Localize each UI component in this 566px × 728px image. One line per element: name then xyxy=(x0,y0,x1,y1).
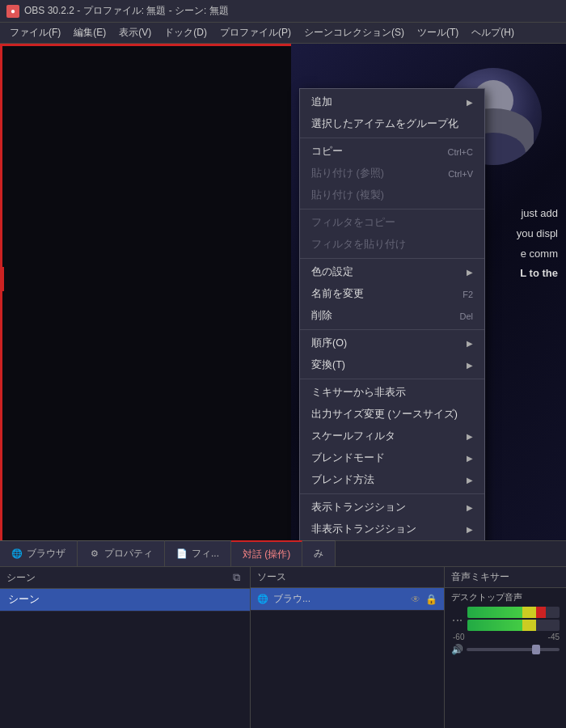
sources-list: 🌐 ブラウ... 👁 🔒 xyxy=(251,588,444,728)
ctx-order[interactable]: 順序(O) ▶ xyxy=(300,332,484,354)
ctx-paste-ref-shortcut: Ctrl+V xyxy=(448,169,473,179)
scenes-panel: シーン ⧉ シーン xyxy=(0,567,251,728)
menu-file[interactable]: ファイル(F) xyxy=(3,23,67,43)
scene-item-0[interactable]: シーン xyxy=(0,589,250,612)
ctx-hide-trans[interactable]: 非表示トランジション ▶ xyxy=(300,518,484,540)
ctx-color[interactable]: 色の設定 ▶ xyxy=(300,261,484,283)
ctx-order-arrow: ▶ xyxy=(467,339,473,348)
tab-filters[interactable]: 📄 フィ... xyxy=(165,540,231,566)
audio-track-name: デスクトップ音声 xyxy=(451,591,560,603)
menu-dock[interactable]: ドック(D) xyxy=(158,23,213,43)
audio-kebab-menu[interactable]: ⋮ xyxy=(451,615,464,624)
volume-slider-thumb[interactable] xyxy=(532,645,540,654)
audio-panel-title: 音声ミキサー xyxy=(451,570,509,584)
ctx-blend-method-arrow: ▶ xyxy=(467,476,473,485)
ctx-sep6 xyxy=(300,493,484,494)
volume-slider-row: 🔊 xyxy=(451,644,560,655)
audio-mixer-panel: 音声ミキサー デスクトップ音声 ⋮ xyxy=(445,567,566,728)
volume-icon: 🔊 xyxy=(451,644,463,655)
volume-yellow-r xyxy=(522,620,536,631)
ctx-hide-mixer[interactable]: ミキサーから非表示 xyxy=(300,382,484,404)
main-area: just add you displ e comm L to the 追加 ▶ … xyxy=(0,44,566,728)
ctx-delete-shortcut: Del xyxy=(459,311,473,321)
volume-green-r xyxy=(467,620,522,631)
audio-track-desktop: デスクトップ音声 ⋮ xyxy=(445,588,566,728)
titlebar: ● OBS 30.2.2 - プロファイル: 無題 - シーン: 無題 xyxy=(0,0,566,23)
browser-tab-label: ブラウザ xyxy=(27,547,65,561)
properties-tab-label: プロパティ xyxy=(104,547,153,561)
ctx-delete[interactable]: 削除 Del xyxy=(300,305,484,327)
audio-controls: ⋮ xyxy=(451,607,560,631)
context-menu: 追加 ▶ 選択したアイテムをグループ化 コピー Ctrl+C 貼り付け (参照)… xyxy=(299,88,485,540)
ctx-show-trans-arrow: ▶ xyxy=(467,503,473,512)
scenes-panel-title: シーン xyxy=(6,571,36,585)
bottom-panels: シーン ⧉ シーン ソース 🌐 ブラウ... 👁 🔒 xyxy=(0,566,566,728)
ctx-paste-ref: 貼り付け (参照) Ctrl+V xyxy=(300,163,484,184)
ctx-rename[interactable]: 名前を変更 F2 xyxy=(300,283,484,305)
scenes-list: シーン xyxy=(0,589,250,728)
properties-tab-icon: ⚙ xyxy=(89,548,100,560)
sources-panel-header: ソース xyxy=(251,567,444,588)
volume-bar-right xyxy=(467,620,560,631)
ctx-blend-mode[interactable]: ブレンドモード ▶ xyxy=(300,447,484,469)
ctx-group[interactable]: 選択したアイテムをグループ化 xyxy=(300,113,484,135)
ctx-sep5 xyxy=(300,379,484,379)
ctx-rename-shortcut: F2 xyxy=(463,290,473,299)
ctx-sep4 xyxy=(300,329,484,330)
source-item-label: ブラウ... xyxy=(273,592,310,606)
tab-browser[interactable]: 🌐 ブラウザ xyxy=(0,540,78,566)
menu-tools[interactable]: ツール(T) xyxy=(411,23,465,43)
source-visibility-icon[interactable]: 👁 xyxy=(411,594,420,605)
preview-area: just add you displ e comm L to the 追加 ▶ … xyxy=(0,44,566,540)
sources-panel-title: ソース xyxy=(257,570,286,584)
volume-bar-left xyxy=(467,607,560,618)
scenes-header-icons: ⧉ xyxy=(229,570,243,585)
db-label-60: -60 xyxy=(453,633,464,641)
menu-view[interactable]: 表示(V) xyxy=(112,23,158,43)
ctx-add[interactable]: 追加 ▶ xyxy=(300,91,484,113)
source-lock-icon[interactable]: 🔒 xyxy=(425,594,437,605)
source-item-0[interactable]: 🌐 ブラウ... 👁 🔒 xyxy=(251,588,444,611)
ctx-transform[interactable]: 変換(T) ▶ xyxy=(300,354,484,376)
menu-edit[interactable]: 編集(E) xyxy=(67,23,112,43)
ctx-output-size[interactable]: 出力サイズ変更 (ソースサイズ) xyxy=(300,404,484,425)
ctx-blend-method[interactable]: ブレンド方法 ▶ xyxy=(300,469,484,491)
ctx-copy-filter: フィルタをコピー xyxy=(300,212,484,234)
menu-help[interactable]: ヘルプ(H) xyxy=(465,23,521,43)
audio-level-bars xyxy=(467,607,560,631)
volume-red xyxy=(536,607,545,618)
ctx-copy[interactable]: コピー Ctrl+C xyxy=(300,141,484,163)
scenes-panel-header: シーン ⧉ xyxy=(0,567,250,589)
ctx-paste-dup: 貼り付け (複製) xyxy=(300,184,484,206)
menu-profile[interactable]: プロファイル(P) xyxy=(213,23,298,43)
volume-green xyxy=(467,607,522,618)
interact-tab-label: 対話 (操作) xyxy=(243,548,290,561)
ctx-transform-arrow: ▶ xyxy=(467,361,473,370)
preview-left-bg xyxy=(2,46,302,540)
source-browser-icon: 🌐 xyxy=(257,594,268,605)
red-indicator xyxy=(0,267,4,291)
scenes-copy-icon[interactable]: ⧉ xyxy=(229,570,243,585)
tab-extra[interactable]: み xyxy=(302,540,336,566)
tab-interact[interactable]: 対話 (操作) xyxy=(231,540,302,566)
extra-tab-label: み xyxy=(314,547,323,561)
sources-panel: ソース 🌐 ブラウ... 👁 🔒 xyxy=(251,567,445,728)
ctx-show-trans[interactable]: 表示トランジション ▶ xyxy=(300,497,484,518)
ctx-sep3 xyxy=(300,258,484,259)
bottom-tabs: 🌐 ブラウザ ⚙ プロパティ 📄 フィ... 対話 (操作) み xyxy=(0,540,566,566)
browser-tab-icon: 🌐 xyxy=(11,548,23,560)
volume-yellow xyxy=(522,607,536,618)
ctx-sep1 xyxy=(300,138,484,138)
ctx-scale-filter[interactable]: スケールフィルタ ▶ xyxy=(300,425,484,447)
filters-tab-label: フィ... xyxy=(192,547,219,561)
preview-text-overlay: just add you displ e comm L to the xyxy=(517,205,558,282)
volume-slider[interactable] xyxy=(467,648,560,651)
menu-scene-collection[interactable]: シーンコレクション(S) xyxy=(298,23,411,43)
menubar: ファイル(F) 編集(E) 表示(V) ドック(D) プロファイル(P) シーン… xyxy=(0,23,566,44)
ctx-sep2 xyxy=(300,209,484,210)
filters-tab-icon: 📄 xyxy=(176,548,188,560)
ctx-add-arrow: ▶ xyxy=(467,98,473,107)
ctx-paste-filter: フィルタを貼り付け xyxy=(300,234,484,256)
ctx-scale-arrow: ▶ xyxy=(467,432,473,441)
tab-properties[interactable]: ⚙ プロパティ xyxy=(78,540,165,566)
